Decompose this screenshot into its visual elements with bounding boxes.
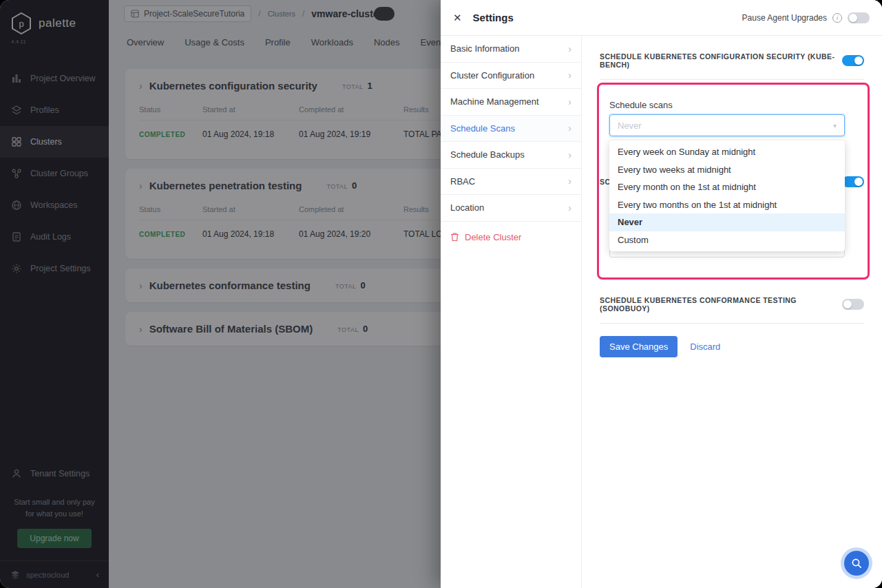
- pause-agent-upgrades: Pause Agent Upgrades i: [742, 12, 870, 23]
- chevron-right-icon: ›: [568, 96, 571, 107]
- schedule-scans-panel: SCHEDULE KUBERNETES CONFIGURATION SECURI…: [582, 36, 882, 588]
- discard-button[interactable]: Discard: [690, 342, 720, 352]
- nav-rbac[interactable]: RBAC ›: [441, 169, 581, 196]
- dropdown-option-selected[interactable]: Never: [609, 213, 845, 231]
- chevron-right-icon: ›: [568, 176, 571, 187]
- help-search-button[interactable]: [844, 551, 869, 576]
- delete-cluster-label: Delete Cluster: [465, 232, 521, 242]
- dropdown-option[interactable]: Every two weeks at midnight: [609, 161, 845, 179]
- trash-icon: [450, 232, 459, 242]
- schedule-scans-label: Schedule scans: [609, 100, 673, 110]
- nav-schedule-backups[interactable]: Schedule Backups ›: [441, 142, 581, 169]
- search-icon: [851, 558, 863, 569]
- pause-agent-toggle[interactable]: [848, 12, 870, 23]
- modal-overlay[interactable]: [0, 0, 441, 588]
- kubebench-setting-row: SCHEDULE KUBERNETES CONFIGURATION SECURI…: [600, 52, 864, 80]
- chevron-right-icon: ›: [568, 149, 571, 160]
- close-icon[interactable]: ✕: [453, 12, 462, 24]
- sonobuoy-toggle[interactable]: [842, 299, 864, 310]
- app-window: p palette 4.4.11 Project Overview Profil…: [0, 0, 882, 588]
- nav-location[interactable]: Location ›: [441, 195, 581, 222]
- select-placeholder: Never: [618, 120, 642, 131]
- save-changes-button[interactable]: Save Changes: [600, 336, 678, 357]
- chevron-right-icon: ›: [568, 123, 571, 134]
- settings-nav: Basic Information › Cluster Configuratio…: [441, 36, 582, 588]
- nav-cluster-configuration[interactable]: Cluster Configuration ›: [441, 63, 581, 90]
- sonobuoy-label: SCHEDULE KUBERNETES CONFORMANCE TESTING …: [600, 296, 842, 313]
- chevron-right-icon: ›: [568, 202, 571, 213]
- nav-basic-information[interactable]: Basic Information ›: [441, 36, 581, 63]
- nav-machine-management[interactable]: Machine Management ›: [441, 89, 581, 116]
- kubebench-label: SCHEDULE KUBERNETES CONFIGURATION SECURI…: [600, 52, 842, 69]
- dropdown-option[interactable]: Every week on Sunday at midnight: [609, 143, 845, 161]
- pause-agent-label: Pause Agent Upgrades: [742, 13, 827, 23]
- sonobuoy-setting-row: SCHEDULE KUBERNETES CONFORMANCE TESTING …: [600, 296, 864, 324]
- settings-body: Basic Information › Cluster Configuratio…: [441, 36, 882, 588]
- delete-cluster-button[interactable]: Delete Cluster: [441, 222, 581, 253]
- dropdown-option[interactable]: Every two months on the 1st at midnight: [609, 196, 845, 214]
- chevron-right-icon: ›: [568, 43, 571, 54]
- form-actions: Save Changes Discard: [600, 336, 720, 357]
- info-icon[interactable]: i: [832, 13, 842, 23]
- settings-title: Settings: [473, 12, 514, 23]
- nav-schedule-scans[interactable]: Schedule Scans ›: [441, 116, 581, 143]
- dropdown-option[interactable]: Custom: [609, 231, 845, 249]
- schedule-select[interactable]: Never ▾: [609, 114, 845, 136]
- schedule-dropdown: Every week on Sunday at midnight Every t…: [609, 140, 845, 251]
- settings-header: ✕ Settings Pause Agent Upgrades i: [441, 0, 882, 36]
- kubebench-toggle[interactable]: [842, 55, 864, 66]
- caret-down-icon: ▾: [833, 122, 837, 129]
- settings-drawer: ✕ Settings Pause Agent Upgrades i Basic …: [441, 0, 882, 588]
- chevron-right-icon: ›: [568, 70, 571, 81]
- penetration-toggle[interactable]: [842, 176, 864, 187]
- dropdown-option[interactable]: Every month on the 1st at midnight: [609, 178, 845, 196]
